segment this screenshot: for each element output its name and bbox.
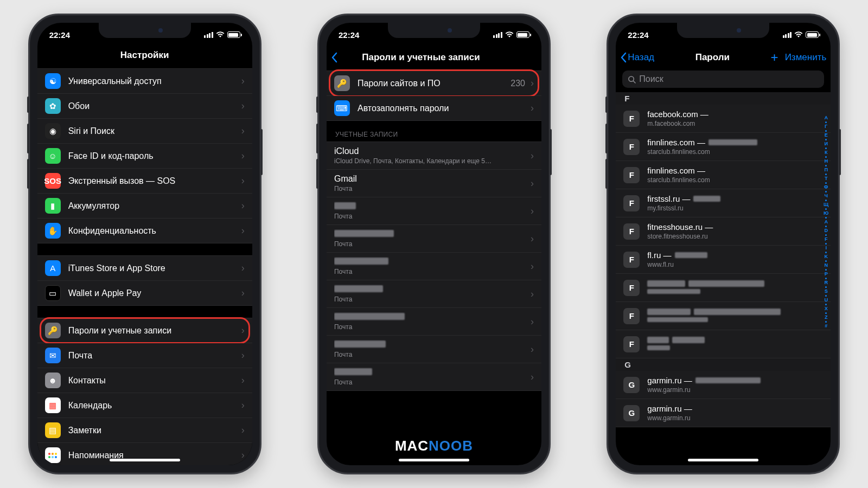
- password-row[interactable]: Ffacebook.com —m.facebook.com: [616, 105, 831, 133]
- index-char[interactable]: Z: [825, 314, 828, 320]
- settings-row-faceid[interactable]: ☺Face ID и код-пароль›: [37, 144, 252, 169]
- settings-row-notes[interactable]: ▤Заметки›: [37, 418, 252, 443]
- settings-row-sos[interactable]: SOSЭкстренный вызов — SOS›: [37, 169, 252, 194]
- settings-row-wallet[interactable]: ▭Wallet и Apple Pay›: [37, 281, 252, 306]
- index-char[interactable]: К: [825, 150, 828, 156]
- index-char[interactable]: F: [825, 236, 828, 242]
- index-char[interactable]: Н: [824, 158, 828, 164]
- home-indicator[interactable]: [110, 459, 180, 461]
- account-row-acct7[interactable]: Почта›: [327, 308, 541, 336]
- row-label: Siri и Поиск: [68, 126, 239, 136]
- index-char[interactable]: Ю: [824, 210, 828, 216]
- row-site-passwords[interactable]: 🔑Пароли сайтов и ПО230›: [327, 70, 541, 96]
- account-row-acct3[interactable]: Почта›: [327, 197, 541, 225]
- index-char[interactable]: R: [824, 280, 828, 286]
- settings-row-siri[interactable]: ◉Siri и Поиск›: [37, 119, 252, 144]
- password-sub: m.facebook.com: [647, 120, 823, 127]
- add-button[interactable]: +: [771, 51, 778, 64]
- password-row[interactable]: F: [616, 302, 831, 330]
- mail-icon: ✉: [45, 348, 61, 363]
- search-input[interactable]: Поиск: [622, 70, 824, 88]
- accessibility-icon: ☯: [45, 73, 61, 89]
- index-char[interactable]: K: [824, 254, 828, 260]
- row-label: Контакты: [68, 376, 239, 386]
- password-title: facebook.com —: [647, 110, 823, 119]
- row-label: Конфиденциальность: [68, 226, 239, 236]
- index-char[interactable]: P: [825, 271, 828, 277]
- page-title: Пароли и учетные записи: [337, 52, 505, 63]
- back-button[interactable]: [331, 52, 337, 63]
- settings-row-mail[interactable]: ✉Почта›: [37, 343, 252, 368]
- index-char[interactable]: S: [825, 288, 828, 294]
- index-char[interactable]: #: [825, 323, 827, 329]
- row-autofill[interactable]: ⌨Автозаполнять пароли›: [327, 96, 541, 121]
- index-bar[interactable]: АГЕИКНПТФЧЩЮADFIKNPRSUXZ#: [824, 115, 828, 329]
- index-char[interactable]: А: [824, 115, 828, 121]
- index-char[interactable]: I: [825, 245, 827, 251]
- index-char[interactable]: Ч: [825, 193, 828, 199]
- password-sub: store.fitnesshouse.ru: [647, 233, 823, 240]
- index-char[interactable]: Г: [825, 124, 827, 130]
- account-label: [334, 229, 528, 239]
- password-row[interactable]: Ffirstssl.ru —my.firstssl.ru: [616, 189, 831, 217]
- password-title: [647, 309, 823, 315]
- site-icon: F: [623, 280, 640, 296]
- status-time: 22:24: [339, 30, 359, 40]
- passwords-icon: 🔑: [45, 323, 61, 338]
- password-row[interactable]: Ggarmin.ru —www.garmin.ru: [616, 399, 831, 427]
- account-label: iCloud: [334, 146, 528, 156]
- status-time: 22:24: [49, 30, 70, 40]
- settings-row-privacy[interactable]: ✋Конфиденциальность›: [37, 219, 252, 243]
- settings-row-calendar[interactable]: ▦Календарь›: [37, 393, 252, 418]
- site-icon: F: [623, 252, 640, 268]
- settings-row-store[interactable]: AiTunes Store и App Store›: [37, 255, 252, 281]
- index-char[interactable]: Щ: [824, 202, 828, 208]
- site-icon: G: [623, 377, 640, 393]
- search-icon: [628, 75, 636, 84]
- index-char[interactable]: И: [824, 141, 827, 147]
- chevron-right-icon: ›: [531, 316, 534, 328]
- settings-row-reminders[interactable]: Напоминания›: [37, 443, 252, 465]
- settings-row-battery[interactable]: ▮Аккумулятор›: [37, 194, 252, 219]
- index-char[interactable]: A: [824, 219, 828, 225]
- edit-button[interactable]: Изменить: [785, 52, 827, 63]
- settings-row-accessibility[interactable]: ☯Универсальный доступ›: [37, 68, 252, 94]
- password-row[interactable]: Ffitnesshouse.ru —store.fitnesshouse.ru: [616, 217, 831, 246]
- chevron-right-icon: ›: [241, 200, 245, 211]
- index-char[interactable]: П: [824, 167, 827, 173]
- index-char[interactable]: Ф: [824, 184, 828, 190]
- index-char[interactable]: N: [824, 262, 828, 268]
- back-button[interactable]: Назад: [620, 52, 654, 63]
- privacy-icon: ✋: [45, 223, 61, 239]
- row-label: Календарь: [68, 401, 239, 410]
- svg-line-1: [634, 81, 636, 83]
- password-row[interactable]: Ffinnlines.com —starclub.finnlines.com: [616, 161, 831, 189]
- settings-row-wallpaper[interactable]: ✿Обои›: [37, 94, 252, 119]
- index-char[interactable]: X: [825, 306, 828, 312]
- account-row-acct9[interactable]: Почта›: [327, 363, 541, 391]
- account-row-acct5[interactable]: Почта›: [327, 253, 541, 280]
- home-indicator[interactable]: [688, 459, 758, 461]
- password-row[interactable]: F: [616, 330, 831, 358]
- chevron-right-icon: ›: [241, 100, 245, 112]
- index-char[interactable]: U: [824, 297, 828, 303]
- password-row[interactable]: Ggarmin.ru —www.garmin.ru: [616, 371, 831, 399]
- index-char[interactable]: Е: [825, 132, 828, 138]
- password-sub: [647, 316, 823, 324]
- signal-icon: [204, 32, 213, 38]
- site-icon: F: [623, 139, 640, 155]
- settings-row-passwords[interactable]: 🔑Пароли и учетные записи›: [37, 318, 252, 343]
- account-row-gmail[interactable]: GmailПочта›: [327, 170, 541, 197]
- index-char[interactable]: Т: [825, 176, 828, 182]
- row-label: Wallet и Apple Pay: [68, 288, 239, 298]
- password-row[interactable]: Ffl.ru —www.fl.ru: [616, 246, 831, 274]
- account-row-acct4[interactable]: Почта›: [327, 225, 541, 253]
- account-row-icloud[interactable]: iCloudiCloud Drive, Почта, Контакты, Кал…: [327, 142, 541, 170]
- settings-row-contacts[interactable]: ☻Контакты›: [37, 368, 252, 393]
- account-row-acct8[interactable]: Почта›: [327, 336, 541, 363]
- password-row[interactable]: F: [616, 274, 831, 302]
- password-row[interactable]: Ffinnlines.com —starclub.finnlines.com: [616, 133, 831, 161]
- home-indicator[interactable]: [399, 459, 469, 461]
- index-char[interactable]: D: [824, 228, 828, 234]
- account-row-acct6[interactable]: Почта›: [327, 280, 541, 308]
